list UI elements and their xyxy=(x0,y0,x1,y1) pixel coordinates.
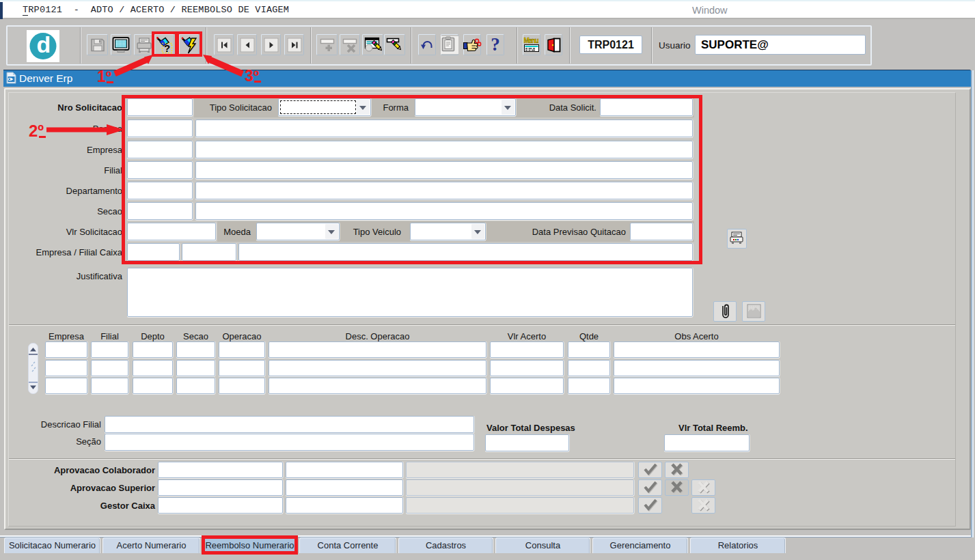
svg-text:?: ? xyxy=(491,36,500,54)
svg-text:d: d xyxy=(37,31,51,57)
svg-text:Menu: Menu xyxy=(524,37,539,44)
